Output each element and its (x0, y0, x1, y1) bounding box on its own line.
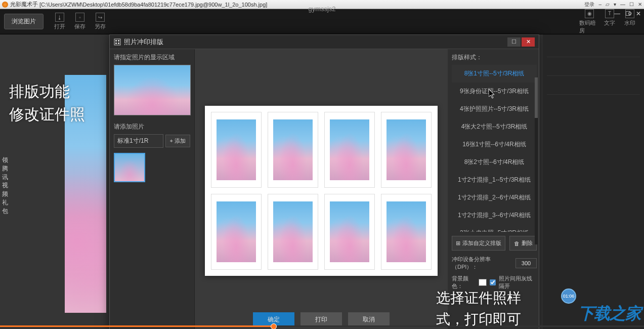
layout-option[interactable]: 1寸2寸混排_2--6寸/4R相纸 (452, 189, 537, 207)
sidebar-item[interactable] (547, 57, 640, 76)
print-cell (268, 112, 318, 188)
layout-option[interactable]: 9张身份证照--5寸/3R相纸 (452, 83, 537, 100)
save-icon: ▫ (75, 13, 84, 22)
open-icon: ⭳ (55, 13, 64, 22)
modal-titlebar: 照片冲印排版 ☐ ✕ (110, 35, 539, 49)
watermark-text: gymssjs2 (308, 5, 335, 13)
print-sheet (205, 106, 438, 276)
dpi-label: 冲印设备分辨率（DPI）： (452, 256, 512, 271)
svg-rect-4 (118, 43, 119, 44)
sidebar-item[interactable] (547, 76, 640, 95)
open-button[interactable]: ⭳打开 (50, 13, 70, 30)
duration-badge: 01:06 (561, 289, 576, 304)
svg-rect-1 (115, 40, 117, 42)
browse-button[interactable]: 浏览图片 (4, 14, 44, 29)
print-photo (330, 119, 369, 180)
app-name: 光影魔术手 (10, 1, 38, 8)
file-path: [C:\Users\XZWM\Desktop\01efdb58d9ba4fa80… (39, 2, 267, 8)
tutorial-overlay-1: 排版功能 修改证件照 (9, 80, 85, 126)
saveas-button[interactable]: ↪另存 (90, 13, 110, 30)
svg-rect-2 (118, 40, 119, 42)
print-photo (330, 201, 369, 262)
inner-max-icon[interactable]: ☐ (625, 10, 631, 17)
add-custom-layout-button[interactable]: ⊞添加自定义排版 (452, 236, 505, 251)
sys-close-icon[interactable]: ✕ (638, 2, 642, 7)
sys-min2-icon[interactable]: — (620, 2, 625, 7)
print-cell (211, 112, 262, 188)
layout-option[interactable]: 8张1寸照--5寸/3R相纸 (452, 65, 537, 83)
print-photo (217, 119, 256, 180)
tutorial-overlay-2: 选择证件照样 式，打印即可 (436, 287, 521, 329)
cancel-button[interactable]: 取消 (348, 312, 390, 326)
login-link[interactable]: 登录 (584, 1, 594, 8)
print-cell (324, 112, 375, 188)
layout-option[interactable]: 4张大2寸照--5寸/3R相纸 (452, 118, 537, 136)
gray-separator-checkbox[interactable] (490, 279, 496, 285)
app-icon (2, 2, 8, 8)
layout-icon (114, 38, 121, 46)
modal-max-button[interactable]: ☐ (507, 37, 521, 47)
add-photo-button[interactable]: + 添加 (165, 135, 190, 147)
print-photo (387, 119, 426, 180)
print-photo (387, 201, 426, 262)
photo-size-select[interactable]: 标准1寸/1R (114, 134, 163, 148)
modal-close-button[interactable]: ✕ (522, 37, 535, 47)
svg-rect-3 (115, 43, 117, 44)
print-cell (324, 194, 375, 270)
text-icon: T (605, 9, 614, 18)
camera-icon: ◉ (585, 9, 594, 18)
inner-close-icon[interactable]: ✕ (636, 10, 641, 17)
inner-window-controls: — ☐ ✕ (614, 10, 641, 17)
delete-layout-button[interactable]: 🗑删除 (509, 236, 537, 251)
save-button[interactable]: ▫保存 (70, 13, 90, 30)
photo-thumbnail[interactable] (114, 153, 145, 182)
layout-option[interactable]: 2张小皮夹照--5寸/3R相纸 (452, 224, 537, 232)
inner-min-icon[interactable]: — (614, 10, 620, 17)
print-cell (211, 194, 262, 270)
bg-color-swatch[interactable] (479, 279, 487, 286)
layout-scrollbar[interactable] (535, 77, 538, 244)
layout-option[interactable]: 8张2寸照--6寸/4R相纸 (452, 153, 537, 171)
print-cell (381, 112, 432, 188)
main-toolbar: 浏览图片 ⭳打开 ▫保存 ↪另存 ◉数码暗房 T文字 ✿水印 (0, 9, 644, 34)
sys-max-icon[interactable]: ☐ (629, 2, 634, 7)
svg-rect-0 (114, 39, 120, 45)
video-progress-bar[interactable] (0, 325, 644, 327)
promo-vertical-text[interactable]: 领腾讯视频礼包 (2, 156, 9, 216)
print-photo (217, 201, 256, 262)
print-cell (381, 194, 432, 270)
print-photo (273, 201, 313, 262)
download-site-logo: 下载之家 (578, 303, 641, 325)
modal-title-text: 照片冲印排版 (124, 37, 163, 47)
dpi-input[interactable] (516, 258, 537, 268)
add-section-label: 请添加照片 (114, 122, 190, 131)
photo-select-panel: 请指定照片的显示区域 请添加照片 标准1寸/1R + 添加 (110, 49, 195, 329)
print-layout-modal: 照片冲印排版 ☐ ✕ 请指定照片的显示区域 请添加照片 标准1寸/1R + 添加 (109, 34, 539, 329)
layout-option[interactable]: 1寸2寸混排_3--6寸/4R相纸 (452, 207, 537, 224)
style-section-label: 排版样式： (452, 53, 537, 62)
trash-icon: 🗑 (514, 240, 520, 246)
sys-box-icon[interactable]: ▱ (606, 2, 610, 7)
preview-section-label: 请指定照片的显示区域 (114, 53, 190, 62)
print-button[interactable]: 打印 (300, 312, 342, 326)
sidebar-item[interactable] (547, 38, 640, 57)
layout-option[interactable]: 1寸2寸混排_1--5寸/3R相纸 (452, 171, 537, 189)
photo-preview[interactable] (114, 65, 191, 115)
layout-option[interactable]: 16张1寸照--6寸/4R相纸 (452, 136, 537, 153)
print-photo (273, 119, 313, 180)
layout-preview-panel: 确定 打印 取消 (195, 49, 448, 329)
sys-menu-icon[interactable]: ▾ (614, 2, 616, 7)
right-sidebar (543, 34, 644, 329)
plus-icon: ⊞ (456, 240, 460, 246)
layout-option[interactable]: 4张护照照片--5寸/3R相纸 (452, 100, 537, 118)
saveas-icon: ↪ (96, 13, 105, 22)
darkroom-button[interactable]: ◉数码暗房 (579, 9, 599, 34)
print-cell (268, 194, 318, 270)
layout-style-list[interactable]: 8张1寸照--5寸/3R相纸 9张身份证照--5寸/3R相纸 4张护照照片--5… (452, 65, 537, 232)
sys-min-icon[interactable]: – (598, 2, 602, 7)
